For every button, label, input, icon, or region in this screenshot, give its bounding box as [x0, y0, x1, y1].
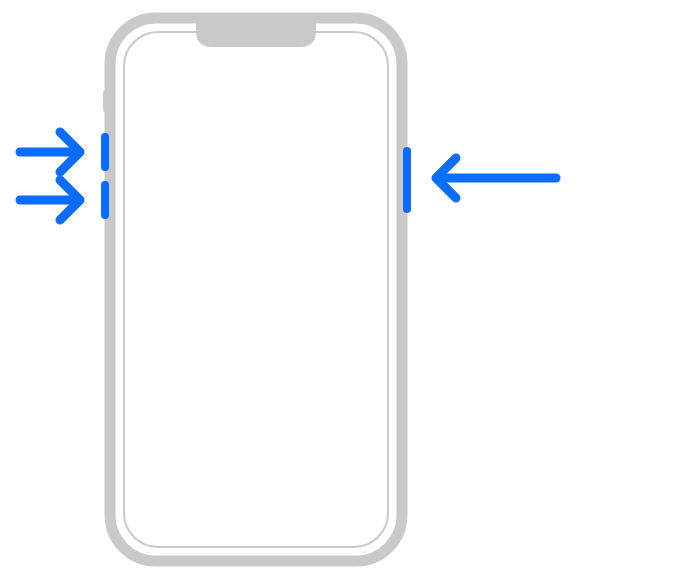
button-combo-diagram: [0, 0, 700, 580]
notch-shape: [196, 21, 316, 47]
phone-frame: [110, 18, 402, 561]
arrow-right-icon: [20, 180, 80, 220]
diagram-svg: [0, 0, 700, 580]
phone-inner-bezel: [124, 32, 388, 547]
ring-silent-switch: [103, 90, 109, 112]
phone-outline: [110, 18, 402, 561]
side-button: [403, 147, 411, 213]
arrow-left-icon: [436, 158, 556, 198]
notch: [196, 21, 316, 47]
arrow-right-icon: [20, 132, 80, 172]
volume-down-button: [101, 181, 109, 219]
volume-up-button: [101, 133, 109, 171]
